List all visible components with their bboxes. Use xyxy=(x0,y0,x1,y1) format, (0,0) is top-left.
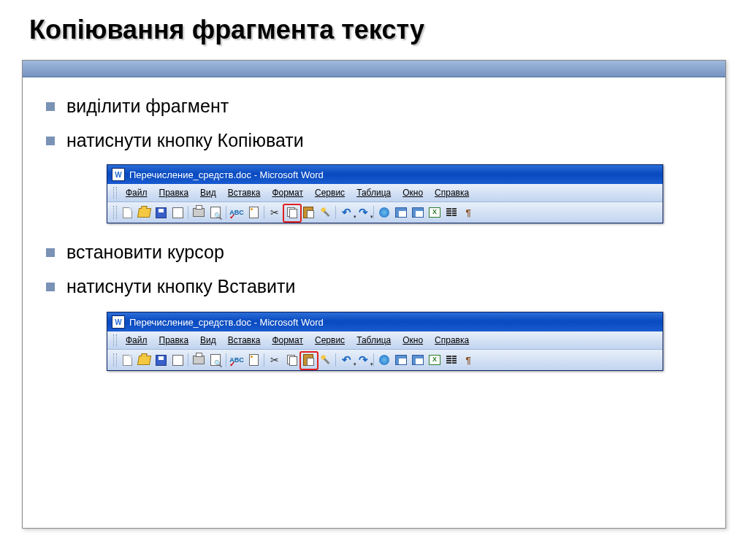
save-icon[interactable] xyxy=(153,352,169,368)
separator xyxy=(373,206,374,219)
copy-icon[interactable] xyxy=(283,352,299,368)
paste-icon[interactable] xyxy=(300,204,316,220)
tables-borders-icon[interactable] xyxy=(393,352,409,368)
research-icon[interactable] xyxy=(245,352,262,368)
spellcheck-icon[interactable]: ABC xyxy=(229,204,245,220)
slide-title: Копіювання фрагмента тексту xyxy=(0,0,748,53)
bullet-4: натиснути кнопку Вставити xyxy=(37,276,711,297)
new-doc-icon[interactable] xyxy=(119,204,135,220)
separator xyxy=(373,353,374,367)
menu-table[interactable]: Таблица xyxy=(351,334,397,347)
menu-help[interactable]: Справка xyxy=(429,186,475,199)
menu-view[interactable]: Вид xyxy=(194,186,222,199)
new-doc-icon[interactable] xyxy=(119,352,135,368)
menu-edit[interactable]: Правка xyxy=(153,186,195,199)
undo-icon[interactable]: ↶ xyxy=(338,204,354,220)
menu-edit[interactable]: Правка xyxy=(153,334,195,347)
window-title: Перечисление_средств.doc - Microsoft Wor… xyxy=(129,169,324,180)
menu-insert[interactable]: Вставка xyxy=(222,186,267,199)
content-inner: виділити фрагмент натиснути кнопку Копію… xyxy=(23,77,725,407)
menu-format[interactable]: Формат xyxy=(266,334,309,347)
columns-icon[interactable] xyxy=(443,204,459,220)
separator xyxy=(188,206,188,219)
columns-icon[interactable] xyxy=(443,352,459,368)
drag-handle-icon[interactable] xyxy=(113,334,117,346)
drag-handle-icon[interactable] xyxy=(113,353,117,367)
menu-window[interactable]: Окно xyxy=(397,334,429,347)
toolbar: ABC ✂ ↶ ↷ xyxy=(107,350,663,370)
insert-excel-icon[interactable] xyxy=(427,204,443,220)
menu-file[interactable]: Файл xyxy=(120,186,153,199)
print-icon[interactable] xyxy=(191,352,207,368)
format-painter-icon[interactable] xyxy=(317,204,333,220)
bullet-icon xyxy=(46,102,55,111)
bullet-text-1: виділити фрагмент xyxy=(66,96,229,117)
permission-icon[interactable] xyxy=(169,204,186,220)
separator xyxy=(335,353,336,367)
show-hide-icon[interactable]: ¶ xyxy=(460,352,476,368)
print-icon[interactable] xyxy=(191,204,207,220)
menu-format[interactable]: Формат xyxy=(266,186,309,199)
menu-file[interactable]: Файл xyxy=(120,334,153,347)
print-preview-icon[interactable] xyxy=(207,204,224,220)
tables-borders-icon[interactable] xyxy=(393,204,409,220)
open-icon[interactable] xyxy=(136,204,152,220)
titlebar: W Перечисление_средств.doc - Microsoft W… xyxy=(107,312,663,331)
content-box-header xyxy=(23,61,725,77)
menu-help[interactable]: Справка xyxy=(429,334,475,347)
window-title: Перечисление_средств.doc - Microsoft Wor… xyxy=(129,317,324,328)
menu-table[interactable]: Таблица xyxy=(351,186,397,199)
insert-excel-icon[interactable] xyxy=(427,352,443,368)
save-icon[interactable] xyxy=(153,204,169,220)
permission-icon[interactable] xyxy=(169,352,186,368)
undo-icon[interactable]: ↶ xyxy=(338,352,354,368)
bullet-text-2: натиснути кнопку Копіювати xyxy=(66,130,304,151)
insert-table-icon[interactable] xyxy=(410,352,426,368)
bullet-1: виділити фрагмент xyxy=(37,96,711,117)
bullet-icon xyxy=(46,248,55,257)
bullet-3: встановити курсор xyxy=(37,242,711,263)
cut-icon[interactable]: ✂ xyxy=(267,204,283,220)
hyperlink-icon[interactable] xyxy=(376,352,392,368)
print-preview-icon[interactable] xyxy=(207,352,224,368)
menu-insert[interactable]: Вставка xyxy=(222,334,267,347)
drag-handle-icon[interactable] xyxy=(113,187,117,199)
content-box: виділити фрагмент натиснути кнопку Копію… xyxy=(22,60,726,529)
bullet-2: натиснути кнопку Копіювати xyxy=(37,130,711,151)
show-hide-icon[interactable]: ¶ xyxy=(460,204,476,220)
separator xyxy=(264,206,264,219)
word-toolbar-paste: W Перечисление_средств.doc - Microsoft W… xyxy=(107,312,663,371)
paste-icon[interactable] xyxy=(300,352,316,368)
cut-icon[interactable]: ✂ xyxy=(267,352,283,368)
bullet-text-3: встановити курсор xyxy=(66,242,224,263)
slide: Копіювання фрагмента тексту виділити фра… xyxy=(0,0,748,560)
separator xyxy=(335,206,336,219)
separator xyxy=(264,353,264,367)
research-icon[interactable] xyxy=(245,204,262,220)
drag-handle-icon[interactable] xyxy=(113,206,117,219)
menu-tools[interactable]: Сервис xyxy=(309,334,351,347)
menubar: Файл Правка Вид Вставка Формат Сервис Та… xyxy=(107,184,663,202)
word-app-icon: W xyxy=(112,168,125,181)
toolbar: ABC ✂ ↶ ↷ xyxy=(107,202,663,223)
bullet-text-4: натиснути кнопку Вставити xyxy=(66,276,296,297)
bullet-icon xyxy=(46,283,55,291)
insert-table-icon[interactable] xyxy=(410,204,426,220)
redo-icon[interactable]: ↷ xyxy=(355,204,371,220)
copy-icon[interactable] xyxy=(283,204,299,220)
word-toolbar-copy: W Перечисление_средств.doc - Microsoft W… xyxy=(107,164,663,223)
bullet-icon xyxy=(46,137,55,145)
titlebar: W Перечисление_средств.doc - Microsoft W… xyxy=(107,165,663,184)
hyperlink-icon[interactable] xyxy=(376,204,392,220)
spellcheck-icon[interactable]: ABC xyxy=(229,352,245,368)
separator xyxy=(226,353,226,367)
separator xyxy=(226,206,226,219)
menubar: Файл Правка Вид Вставка Формат Сервис Та… xyxy=(107,331,663,350)
menu-view[interactable]: Вид xyxy=(194,334,222,347)
format-painter-icon[interactable] xyxy=(317,352,333,368)
menu-tools[interactable]: Сервис xyxy=(309,186,351,199)
menu-window[interactable]: Окно xyxy=(397,186,429,199)
word-app-icon: W xyxy=(112,315,125,329)
open-icon[interactable] xyxy=(136,352,152,368)
redo-icon[interactable]: ↷ xyxy=(355,352,371,368)
